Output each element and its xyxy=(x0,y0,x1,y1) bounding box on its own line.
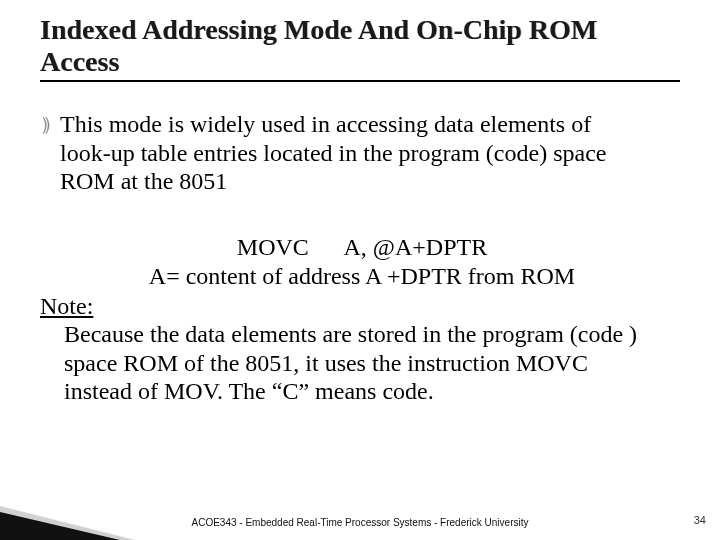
slide: Indexed Addressing Mode And On-Chip ROM … xyxy=(0,0,720,540)
code-instruction: MOVC A, @A+DPTR xyxy=(64,233,660,261)
slide-title: Indexed Addressing Mode And On-Chip ROM … xyxy=(40,14,680,82)
bullet-text: This mode is widely used in accessing da… xyxy=(60,110,640,195)
code-explanation: A= content of address A +DPTR from ROM xyxy=(64,262,660,290)
code-block: MOVC A, @A+DPTR A= content of address A … xyxy=(40,233,660,290)
slide-footer: ACOE343 - Embedded Real-Time Processor S… xyxy=(0,517,720,529)
bullet-marker-icon: ⸩ xyxy=(42,110,50,138)
note-label: Note: xyxy=(40,292,680,320)
bullet-item: ⸩ This mode is widely used in accessing … xyxy=(40,110,680,195)
note-text: Because the data elements are stored in … xyxy=(40,320,660,405)
page-number: 34 xyxy=(694,514,706,526)
slide-body: ⸩ This mode is widely used in accessing … xyxy=(40,110,680,405)
